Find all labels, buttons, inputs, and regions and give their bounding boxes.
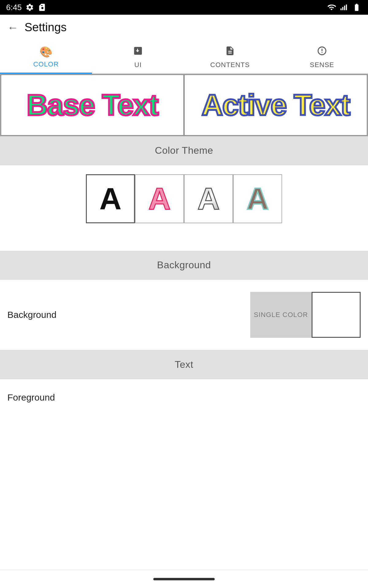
theme-pink-letter: A: [148, 181, 171, 217]
preview-section: Base Text Active Text: [0, 74, 368, 136]
theme-black-letter: A: [99, 181, 121, 217]
color-theme-header: Color Theme: [0, 136, 368, 165]
background-row: Background SINGLE COLOR: [0, 280, 368, 350]
text-header: Text: [0, 350, 368, 379]
active-text-card[interactable]: Active Text: [184, 74, 367, 136]
theme-black[interactable]: A: [86, 174, 135, 223]
header: ← Settings: [0, 15, 368, 40]
background-color-options: SINGLE COLOR: [250, 292, 361, 338]
theme-pink[interactable]: A: [135, 174, 184, 223]
tab-contents[interactable]: CONTENTS: [184, 40, 276, 73]
active-text-preview: Active Text: [201, 88, 350, 122]
single-color-option[interactable]: SINGLE COLOR: [250, 292, 312, 338]
base-text-card[interactable]: Base Text: [1, 74, 184, 136]
nav-indicator: [153, 578, 215, 580]
base-text-preview: Base Text: [27, 88, 158, 122]
tab-color-label: COLOR: [33, 60, 59, 68]
battery-icon: [351, 3, 362, 12]
theme-brown[interactable]: A: [233, 174, 282, 223]
spacer-1: [0, 232, 368, 251]
theme-selector: A A A A: [0, 165, 368, 232]
status-bar: 6:45: [0, 0, 368, 15]
theme-gradient-letter: A: [197, 181, 220, 217]
bottom-spacer: [0, 416, 368, 477]
white-color-option[interactable]: [312, 292, 361, 338]
background-header: Background: [0, 251, 368, 279]
back-button[interactable]: ←: [7, 21, 18, 34]
theme-gradient[interactable]: A: [184, 174, 233, 223]
settings-cog-icon: [25, 3, 34, 12]
tab-color[interactable]: 🎨 COLOR: [0, 40, 92, 74]
status-time: 6:45: [6, 3, 22, 12]
clock-circle-icon: [317, 46, 327, 58]
background-label: Background: [7, 310, 56, 320]
signal-icon: [340, 3, 348, 12]
palette-icon: 🎨: [40, 46, 52, 58]
document-icon: [225, 46, 235, 58]
foreground-row: Foreground: [0, 379, 368, 416]
download-box-icon: [133, 46, 143, 58]
theme-brown-letter: A: [247, 181, 269, 217]
single-color-label: SINGLE COLOR: [254, 311, 308, 319]
tab-sense[interactable]: SENSE: [276, 40, 368, 73]
tab-bar: 🎨 COLOR UI CONTENTS SENSE: [0, 40, 368, 74]
page-title: Settings: [25, 21, 67, 34]
tab-ui-label: UI: [134, 61, 142, 69]
tab-contents-label: CONTENTS: [210, 61, 250, 69]
tab-sense-label: SENSE: [310, 61, 334, 69]
nav-bar: [0, 570, 368, 588]
tab-ui[interactable]: UI: [92, 40, 184, 73]
status-bar-left: 6:45: [6, 3, 46, 12]
status-bar-right: [326, 3, 362, 12]
wifi-icon: [326, 3, 337, 12]
foreground-label: Foreground: [7, 392, 55, 403]
sim-card-icon: [38, 3, 46, 12]
